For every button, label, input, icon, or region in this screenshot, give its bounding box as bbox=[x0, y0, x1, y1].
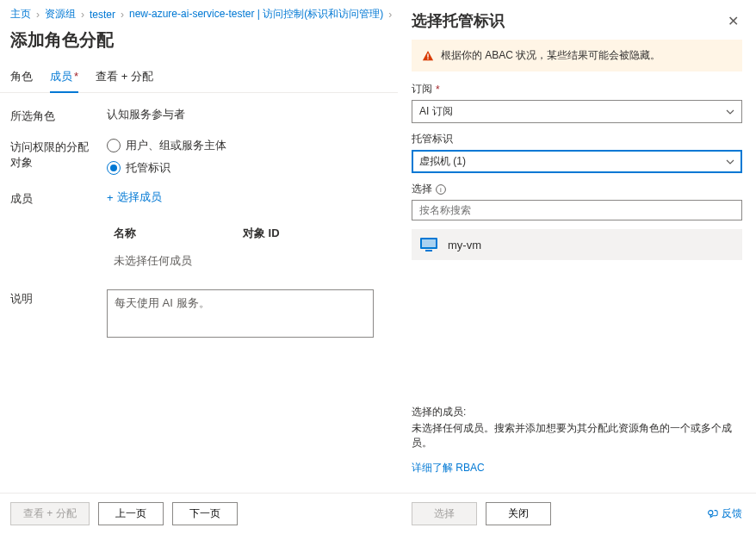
feedback-label: 反馈 bbox=[722, 506, 742, 521]
selected-members-msg: 未选择任何成员。搜索并添加想要为其分配此资源角色的一个或多个成员。 bbox=[412, 421, 742, 450]
tab-review[interactable]: 查看 + 分配 bbox=[96, 62, 153, 92]
managed-identity-select[interactable]: 虚拟机 (1) bbox=[412, 150, 742, 173]
svg-text:i: i bbox=[440, 186, 442, 194]
select-search-label: 选择 bbox=[412, 182, 432, 196]
radio-managed-identity[interactable]: 托管标识 bbox=[107, 160, 377, 176]
result-name: my-vm bbox=[448, 239, 481, 251]
description-label: 说明 bbox=[10, 289, 96, 307]
selected-role-value: 认知服务参与者 bbox=[107, 107, 377, 122]
subscription-select[interactable]: AI 订阅 bbox=[412, 100, 742, 123]
prev-button[interactable]: 上一页 bbox=[98, 502, 164, 525]
rbac-link[interactable]: 详细了解 RBAC bbox=[412, 461, 485, 475]
svg-rect-5 bbox=[422, 239, 436, 247]
chevron-right-icon: › bbox=[388, 9, 392, 21]
breadcrumb-service[interactable]: new-azure-ai-service-tester | 访问控制(标识和访问… bbox=[129, 7, 383, 22]
selected-role-label: 所选角色 bbox=[10, 107, 96, 124]
tab-members[interactable]: 成员* bbox=[50, 62, 78, 93]
table-col-name: 名称 bbox=[114, 226, 243, 241]
tab-members-label: 成员 bbox=[50, 70, 72, 83]
svg-rect-6 bbox=[425, 250, 432, 251]
svg-rect-1 bbox=[427, 58, 428, 59]
member-table: 名称 对象 ID 未选择任何成员 bbox=[107, 220, 377, 276]
alert-text: 根据你的 ABAC 状况，某些结果可能会被隐藏。 bbox=[441, 48, 660, 63]
assign-radio-group: 用户、组或服务主体 托管标识 bbox=[107, 138, 377, 176]
panel-close-button[interactable]: 关闭 bbox=[486, 502, 551, 525]
warning-icon bbox=[422, 50, 434, 62]
radio-user-label: 用户、组或服务主体 bbox=[126, 138, 226, 153]
select-members-link[interactable]: + 选择成员 bbox=[107, 189, 162, 205]
panel-select-button: 选择 bbox=[412, 502, 477, 525]
abac-alert: 根据你的 ABAC 状况，某些结果可能会被隐藏。 bbox=[412, 40, 742, 71]
selected-members-info: 选择的成员: 未选择任何成员。搜索并添加想要为其分配此资源角色的一个或多个成员。 bbox=[412, 405, 742, 450]
subscription-value: AI 订阅 bbox=[419, 104, 453, 119]
breadcrumb-tester[interactable]: tester bbox=[90, 9, 115, 21]
review-assign-button: 查看 + 分配 bbox=[10, 502, 90, 525]
chevron-down-icon bbox=[726, 108, 734, 116]
panel-footer: 选择 关闭 反馈 bbox=[398, 493, 756, 534]
chevron-right-icon: › bbox=[121, 9, 124, 21]
info-icon: i bbox=[436, 184, 446, 195]
managed-identity-label: 托管标识 bbox=[412, 132, 453, 146]
chevron-down-icon bbox=[726, 158, 734, 166]
members-label: 成员 bbox=[10, 189, 96, 207]
result-item-my-vm[interactable]: my-vm bbox=[412, 229, 742, 260]
chevron-right-icon: › bbox=[36, 9, 40, 21]
assign-target-label: 访问权限的分配对象 bbox=[10, 138, 96, 171]
select-members-label: 选择成员 bbox=[117, 189, 162, 205]
plus-icon: + bbox=[107, 191, 114, 204]
subscription-label: 订阅 bbox=[412, 82, 432, 96]
table-empty-msg: 未选择任何成员 bbox=[107, 246, 377, 276]
table-col-oid: 对象 ID bbox=[243, 226, 280, 241]
side-panel: 选择托管标识 ✕ 根据你的 ABAC 状况，某些结果可能会被隐藏。 订阅 * A… bbox=[398, 0, 756, 534]
form-area: 所选角色 认知服务参与者 访问权限的分配对象 用户、组或服务主体 托管标识 成员… bbox=[0, 93, 387, 354]
tab-role[interactable]: 角色 bbox=[10, 62, 33, 92]
required-indicator: * bbox=[436, 84, 440, 96]
radio-mi-label: 托管标识 bbox=[126, 160, 170, 176]
description-input[interactable] bbox=[107, 289, 374, 338]
chevron-right-icon: › bbox=[81, 9, 84, 21]
close-icon[interactable]: ✕ bbox=[724, 11, 742, 31]
selected-members-label: 选择的成员: bbox=[412, 405, 742, 419]
breadcrumb-rg[interactable]: 资源组 bbox=[45, 7, 76, 22]
feedback-link[interactable]: 反馈 bbox=[706, 506, 742, 521]
radio-user-group[interactable]: 用户、组或服务主体 bbox=[107, 138, 377, 153]
managed-identity-value: 虚拟机 (1) bbox=[419, 154, 466, 169]
panel-title: 选择托管标识 bbox=[412, 10, 505, 31]
breadcrumb-home[interactable]: 主页 bbox=[10, 7, 31, 22]
svg-rect-0 bbox=[427, 53, 428, 57]
vm-icon bbox=[418, 234, 439, 255]
feedback-icon bbox=[706, 508, 718, 520]
next-button[interactable]: 下一页 bbox=[172, 502, 238, 525]
required-indicator: * bbox=[74, 70, 78, 83]
search-input[interactable] bbox=[412, 200, 742, 220]
svg-point-7 bbox=[709, 510, 713, 514]
